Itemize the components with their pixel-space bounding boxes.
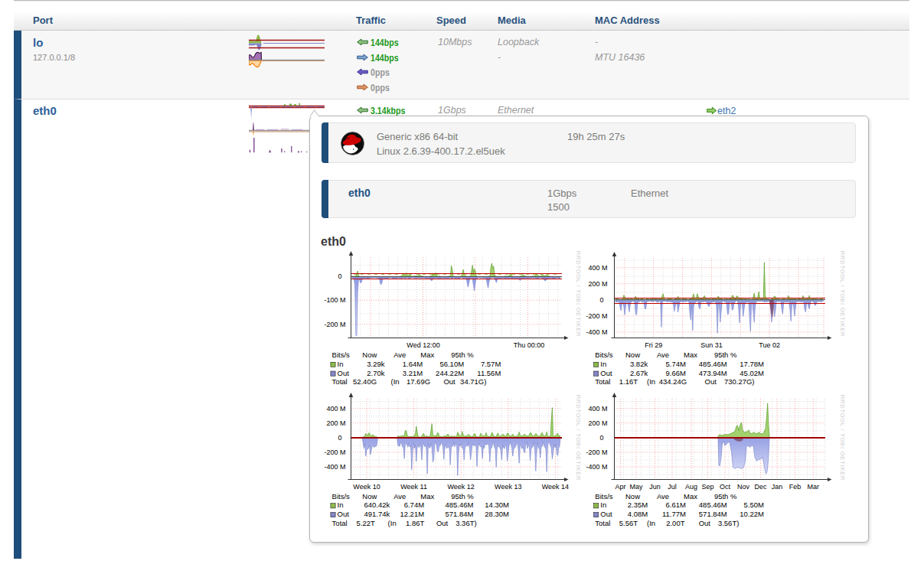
svg-text:Apr: Apr bbox=[615, 483, 626, 491]
svg-text:3.56T): 3.56T) bbox=[718, 519, 739, 527]
svg-text:Week 10: Week 10 bbox=[353, 483, 380, 491]
svg-text:Max: Max bbox=[684, 492, 697, 501]
svg-text:Out: Out bbox=[705, 377, 717, 386]
svg-text:Week 13: Week 13 bbox=[495, 483, 521, 491]
svg-text:-200 M: -200 M bbox=[586, 448, 607, 456]
svg-text:Thu 00:00: Thu 00:00 bbox=[514, 341, 545, 349]
svg-text:1.64M: 1.64M bbox=[403, 360, 423, 368]
svg-text:434.24G: 434.24G bbox=[659, 377, 687, 386]
svg-text:Bits/s: Bits/s bbox=[332, 492, 350, 501]
svg-text:571.84M: 571.84M bbox=[699, 510, 727, 518]
svg-text:Dec: Dec bbox=[754, 483, 767, 491]
svg-text:9.66M: 9.66M bbox=[665, 369, 685, 377]
svg-text:-400 M: -400 M bbox=[324, 463, 345, 471]
svg-text:2.67k: 2.67k bbox=[630, 369, 648, 377]
svg-text:Wed 12:00: Wed 12:00 bbox=[406, 341, 439, 349]
svg-text:Now: Now bbox=[362, 492, 377, 501]
svg-text:400 M: 400 M bbox=[326, 405, 345, 413]
svg-text:473.94M: 473.94M bbox=[699, 369, 727, 377]
svg-text:Ave: Ave bbox=[393, 351, 406, 359]
svg-text:Max: Max bbox=[420, 492, 434, 501]
svg-text:Mar: Mar bbox=[808, 483, 820, 491]
svg-text:95th %: 95th % bbox=[451, 492, 474, 501]
svg-text:3.29k: 3.29k bbox=[367, 360, 384, 368]
svg-text:RRDTOOL / TOBI OETIKER: RRDTOOL / TOBI OETIKER bbox=[575, 251, 582, 337]
svg-text:5.22T: 5.22T bbox=[357, 519, 375, 527]
svg-text:11.77M: 11.77M bbox=[662, 510, 686, 518]
svg-text:Ave: Ave bbox=[393, 492, 406, 501]
svg-text:Max: Max bbox=[684, 351, 697, 359]
svg-text:45.02M: 45.02M bbox=[740, 369, 764, 377]
svg-text:Total: Total bbox=[332, 519, 348, 527]
svg-text:0: 0 bbox=[338, 272, 341, 280]
svg-text:571.84M: 571.84M bbox=[445, 510, 473, 518]
svg-text:Out: Out bbox=[699, 519, 711, 527]
svg-text:10.22M: 10.22M bbox=[740, 510, 764, 518]
svg-text:-100 M: -100 M bbox=[324, 296, 345, 304]
svg-text:Tue 02: Tue 02 bbox=[759, 341, 780, 349]
svg-text:In: In bbox=[600, 360, 606, 368]
svg-text:Sep: Sep bbox=[701, 483, 713, 491]
svg-text:Now: Now bbox=[362, 351, 377, 359]
svg-text:730.27G): 730.27G) bbox=[724, 377, 755, 386]
svg-text:Now: Now bbox=[625, 492, 640, 501]
svg-text:56.10M: 56.10M bbox=[439, 360, 464, 368]
svg-text:Nov: Nov bbox=[737, 483, 750, 491]
svg-text:200 M: 200 M bbox=[588, 280, 607, 288]
svg-text:2.00T: 2.00T bbox=[666, 519, 684, 527]
svg-text:1.86T: 1.86T bbox=[406, 519, 424, 527]
svg-text:0: 0 bbox=[599, 296, 603, 304]
svg-text:-200 M: -200 M bbox=[324, 321, 345, 328]
svg-text:17.69G: 17.69G bbox=[406, 377, 430, 386]
svg-text:Jun: Jun bbox=[649, 483, 661, 491]
svg-text:0: 0 bbox=[338, 434, 341, 442]
svg-text:In: In bbox=[338, 360, 344, 368]
svg-text:34.71G): 34.71G) bbox=[460, 377, 486, 386]
svg-text:Ave: Ave bbox=[657, 351, 669, 359]
svg-text:Bits/s: Bits/s bbox=[332, 351, 350, 359]
svg-text:640.42k: 640.42k bbox=[364, 501, 390, 509]
svg-text:200 M: 200 M bbox=[588, 419, 607, 427]
svg-text:-400 M: -400 M bbox=[586, 328, 607, 336]
svg-text:May: May bbox=[629, 483, 643, 491]
svg-text:485.46M: 485.46M bbox=[699, 501, 727, 509]
svg-text:4.08M: 4.08M bbox=[628, 510, 648, 518]
svg-text:-200 M: -200 M bbox=[586, 312, 607, 320]
svg-text:3.21M: 3.21M bbox=[403, 369, 423, 377]
svg-text:Total: Total bbox=[595, 519, 610, 527]
svg-text:Bits/s: Bits/s bbox=[595, 351, 612, 359]
svg-text:Now: Now bbox=[625, 351, 640, 359]
svg-text:7.57M: 7.57M bbox=[481, 360, 501, 368]
svg-text:-400 M: -400 M bbox=[586, 463, 607, 471]
svg-text:Out: Out bbox=[600, 369, 612, 377]
svg-text:-200 M: -200 M bbox=[324, 448, 345, 456]
svg-text:RRDTOOL / TOBI OETIKER: RRDTOOL / TOBI OETIKER bbox=[839, 395, 846, 481]
svg-text:6.74M: 6.74M bbox=[404, 501, 424, 509]
svg-text:11.56M: 11.56M bbox=[477, 369, 501, 377]
svg-text:Out: Out bbox=[600, 510, 612, 518]
svg-text:95th %: 95th % bbox=[451, 351, 474, 359]
svg-text:52.40G: 52.40G bbox=[353, 377, 377, 386]
svg-text:Jul: Jul bbox=[668, 483, 677, 491]
svg-text:2.70k: 2.70k bbox=[367, 369, 384, 377]
svg-text:6.61M: 6.61M bbox=[665, 501, 685, 509]
svg-text:Jan: Jan bbox=[772, 483, 783, 491]
svg-text:Out: Out bbox=[338, 510, 350, 518]
svg-text:Max: Max bbox=[420, 351, 434, 359]
svg-text:Out: Out bbox=[443, 377, 455, 386]
svg-text:(In: (In bbox=[647, 377, 655, 386]
svg-text:5.74M: 5.74M bbox=[665, 360, 685, 368]
svg-text:1.16T: 1.16T bbox=[619, 377, 638, 386]
svg-text:17.78M: 17.78M bbox=[740, 360, 764, 368]
svg-text:3.82k: 3.82k bbox=[630, 360, 648, 368]
svg-text:(In: (In bbox=[388, 519, 397, 527]
svg-text:RRDTOOL / TOBI OETIKER: RRDTOOL / TOBI OETIKER bbox=[575, 395, 582, 481]
svg-text:200 M: 200 M bbox=[326, 419, 345, 427]
svg-text:Fri 29: Fri 29 bbox=[645, 341, 662, 349]
svg-text:5.50M: 5.50M bbox=[744, 501, 764, 509]
svg-text:5.56T: 5.56T bbox=[619, 519, 638, 527]
svg-text:95th %: 95th % bbox=[714, 492, 737, 501]
svg-text:Feb: Feb bbox=[789, 483, 802, 491]
svg-text:485.46M: 485.46M bbox=[699, 360, 727, 368]
svg-text:2.35M: 2.35M bbox=[628, 501, 648, 509]
